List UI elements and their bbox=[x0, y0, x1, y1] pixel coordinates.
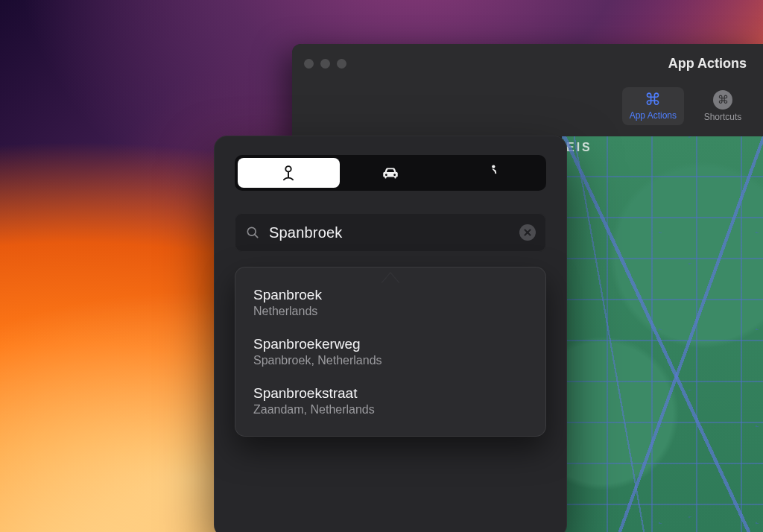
search-field[interactable]: Spanbroek bbox=[235, 213, 546, 252]
suggestion-item[interactable]: Spanbroekerweg Spanbroek, Netherlands bbox=[235, 327, 545, 376]
toolbar-shortcuts[interactable]: ⌘ Shortcuts bbox=[696, 86, 750, 127]
segment-driving[interactable] bbox=[340, 158, 442, 188]
suggestion-item[interactable]: Spanbroek Netherlands bbox=[235, 278, 545, 327]
titlebar: App Actions bbox=[292, 44, 763, 83]
suggestion-title: Spanbroekerweg bbox=[253, 336, 528, 352]
car-icon bbox=[381, 163, 400, 183]
command-circle-icon: ⌘ bbox=[713, 90, 732, 110]
location-search-sheet: Spanbroek Spanbroek Netherlands Spanbroe… bbox=[214, 136, 567, 532]
minimize-window-button[interactable] bbox=[320, 59, 330, 69]
search-input[interactable]: Spanbroek bbox=[269, 224, 510, 241]
suggestion-title: Spanbroekstraat bbox=[253, 385, 528, 402]
command-icon: ⌘ bbox=[645, 92, 661, 108]
toolbar-app-actions[interactable]: ⌘ App Actions bbox=[622, 87, 684, 125]
map-view[interactable]: EIS bbox=[562, 136, 763, 532]
segment-location-pin[interactable] bbox=[238, 158, 340, 188]
close-window-button[interactable] bbox=[304, 59, 314, 69]
search-icon bbox=[245, 225, 260, 240]
svg-point-2 bbox=[492, 165, 495, 168]
suggestions-popover: Spanbroek Netherlands Spanbroekerweg Spa… bbox=[235, 267, 546, 437]
svg-line-4 bbox=[255, 235, 258, 238]
window-title: App Actions bbox=[668, 56, 751, 72]
window-controls bbox=[304, 59, 346, 69]
x-icon bbox=[524, 229, 531, 236]
suggestion-subtitle: Zaandam, Netherlands bbox=[253, 403, 528, 417]
pin-icon bbox=[279, 163, 298, 183]
transport-mode-segmented bbox=[235, 155, 546, 191]
svg-point-0 bbox=[286, 166, 291, 171]
walk-icon bbox=[483, 163, 502, 183]
clear-search-button[interactable] bbox=[519, 224, 536, 241]
toolbar-label: App Actions bbox=[630, 110, 677, 121]
suggestion-item[interactable]: Spanbroekstraat Zaandam, Netherlands bbox=[235, 376, 545, 425]
popover-arrow bbox=[382, 273, 399, 283]
map-region-label: EIS bbox=[566, 141, 592, 154]
zoom-window-button[interactable] bbox=[337, 59, 346, 69]
suggestion-title: Spanbroek bbox=[253, 287, 528, 303]
segment-walking[interactable] bbox=[441, 158, 543, 188]
toolbar: ⌘ App Actions ⌘ Shortcuts bbox=[292, 83, 763, 136]
suggestion-subtitle: Spanbroek, Netherlands bbox=[253, 354, 528, 367]
suggestion-subtitle: Netherlands bbox=[253, 305, 528, 318]
toolbar-label: Shortcuts bbox=[704, 112, 742, 122]
suggestions-list: Spanbroek Netherlands Spanbroekerweg Spa… bbox=[235, 267, 546, 437]
